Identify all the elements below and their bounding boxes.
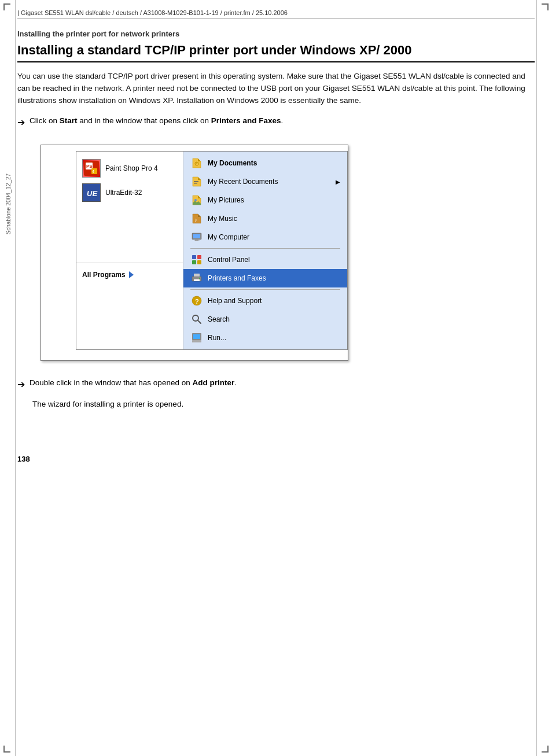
page-number: 138 — [17, 455, 535, 463]
menu-item-my-pictures[interactable]: My Pictures — [183, 191, 347, 209]
screenshot-start-menu: PSP 4 Paint Shop Pro 4 UE — [41, 145, 348, 361]
corner-tr — [542, 3, 549, 10]
svg-rect-23 — [194, 279, 200, 281]
printers-faxes-icon — [190, 272, 203, 285]
header-line: | Gigaset SE551 WLAN dsl/cable / deutsch… — [17, 9, 535, 19]
svg-rect-18 — [197, 255, 201, 259]
paintshop-label: Paint Shop Pro 4 — [105, 164, 158, 172]
svg-rect-16 — [194, 241, 200, 241]
control-panel-label: Control Panel — [208, 256, 250, 264]
my-computer-icon — [190, 231, 203, 244]
paintshop-icon: PSP 4 — [82, 159, 101, 178]
my-pictures-icon — [190, 194, 203, 206]
menu-item-my-computer[interactable]: My Computer — [183, 228, 347, 246]
menu-item-printers-faxes[interactable]: Printers and Faxes — [183, 269, 347, 287]
svg-rect-9 — [194, 181, 198, 182]
svg-rect-19 — [192, 260, 196, 264]
svg-rect-10 — [194, 183, 197, 184]
svg-rect-22 — [194, 274, 200, 276]
svg-rect-20 — [197, 260, 201, 264]
svg-text:?: ? — [195, 298, 199, 305]
svg-text:4: 4 — [92, 169, 94, 174]
instruction-2-text: Double click in the window that has open… — [30, 377, 237, 389]
section-subtitle: Installing the printer port for network … — [17, 29, 535, 38]
svg-line-28 — [198, 320, 201, 323]
menu-item-my-music[interactable]: ♪ My Music — [183, 209, 347, 228]
menu-item-my-recent-documents[interactable]: My Recent Documents ▶ — [183, 172, 347, 191]
svg-text:PSP: PSP — [86, 164, 96, 169]
menu-item-help-support[interactable]: ? Help and Support — [183, 292, 347, 310]
main-heading: Installing a standard TCP/IP printer por… — [17, 43, 535, 62]
corner-bl — [3, 746, 10, 753]
all-programs-label: All Programs — [82, 271, 126, 279]
svg-rect-31 — [192, 340, 201, 342]
all-programs-item[interactable]: All Programs — [76, 268, 183, 282]
search-label: Search — [208, 315, 230, 323]
start-menu-left-panel: PSP 4 Paint Shop Pro 4 UE — [76, 152, 183, 349]
instruction-2: ➔ Double click in the window that has op… — [17, 377, 535, 392]
start-item-paintshop[interactable]: PSP 4 Paint Shop Pro 4 — [76, 156, 183, 180]
menu-item-my-documents[interactable]: My Documents — [183, 154, 347, 172]
separator-1 — [190, 248, 340, 249]
start-menu-right-panel: My Documents My Recent Documents ▶ — [183, 152, 347, 349]
printers-faxes-label: Printers and Faxes — [208, 274, 266, 282]
svg-rect-15 — [195, 239, 198, 241]
my-pictures-label: My Pictures — [208, 196, 244, 204]
svg-rect-14 — [193, 234, 200, 238]
margin-line-right — [536, 0, 537, 756]
separator-2 — [190, 289, 340, 290]
my-music-icon: ♪ — [190, 212, 203, 225]
my-documents-label: My Documents — [208, 159, 257, 167]
arrow-icon-1: ➔ — [17, 116, 25, 130]
my-recent-documents-icon — [190, 175, 203, 188]
instruction-1-text: Click on Start and in the window that op… — [30, 115, 283, 127]
run-icon — [190, 331, 203, 344]
my-recent-documents-label: My Recent Documents — [208, 178, 278, 186]
body-text: You can use the standard TCP/IP port dri… — [17, 71, 535, 107]
menu-item-search[interactable]: Search — [183, 310, 347, 329]
start-item-ultraedit[interactable]: UE UltraEdit-32 — [76, 180, 183, 205]
ultraedit-icon: UE — [82, 183, 101, 202]
corner-br — [542, 746, 549, 753]
margin-line-left — [15, 0, 16, 756]
svg-rect-24 — [199, 278, 200, 279]
my-music-label: My Music — [208, 215, 237, 223]
start-left-bottom: All Programs — [76, 263, 183, 282]
start-menu: PSP 4 Paint Shop Pro 4 UE — [76, 151, 348, 350]
help-support-label: Help and Support — [208, 297, 262, 305]
my-documents-icon — [190, 157, 203, 169]
svg-rect-17 — [192, 255, 196, 259]
side-text: Schablone 2004_12_27 — [5, 174, 12, 235]
ultraedit-label: UltraEdit-32 — [105, 189, 142, 197]
menu-item-run[interactable]: Run... — [183, 329, 347, 347]
svg-text:♪: ♪ — [194, 217, 197, 223]
corner-tl — [3, 3, 10, 10]
run-label: Run... — [208, 334, 226, 342]
help-support-icon: ? — [190, 294, 203, 307]
svg-text:UE: UE — [87, 189, 97, 198]
instruction-2-line2: The wizard for installing a printer is o… — [32, 400, 535, 408]
search-icon — [190, 313, 203, 326]
all-programs-arrow — [129, 271, 134, 278]
recent-docs-submenu-arrow: ▶ — [336, 179, 340, 185]
svg-rect-30 — [193, 334, 200, 339]
instruction-1: ➔ Click on Start and in the window that … — [17, 115, 535, 130]
control-panel-icon — [190, 253, 203, 266]
arrow-icon-2: ➔ — [17, 378, 25, 392]
menu-item-control-panel[interactable]: Control Panel — [183, 250, 347, 269]
my-computer-label: My Computer — [208, 233, 249, 241]
